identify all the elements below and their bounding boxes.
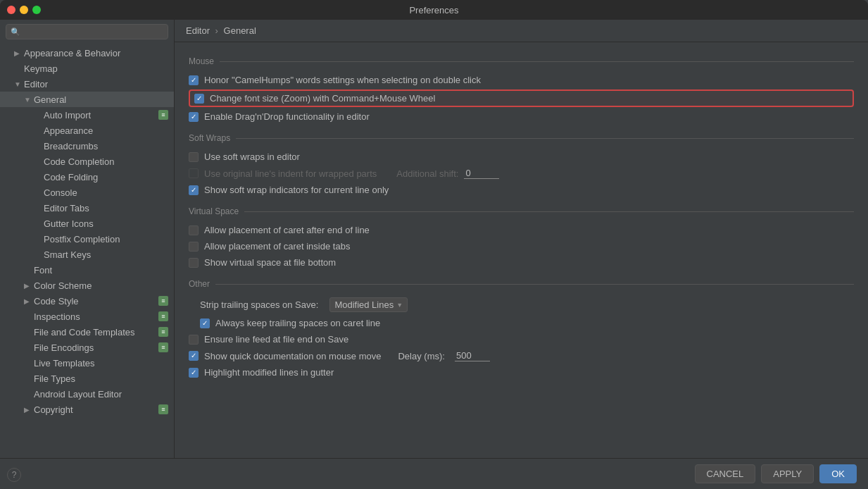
arrow-icon: ▶ (24, 406, 34, 414)
sidebar-item-label: Console (44, 187, 168, 198)
sidebar-item-label: Color Scheme (34, 280, 168, 291)
sidebar-item-label: File Encodings (34, 342, 158, 353)
minimize-button[interactable] (20, 6, 28, 14)
input-additional-shift[interactable] (464, 168, 499, 179)
sidebar-item-font[interactable]: Font (0, 262, 174, 278)
close-button[interactable] (7, 6, 15, 14)
checkbox-font-size-zoom[interactable] (194, 94, 204, 104)
cancel-button[interactable]: CANCEL (695, 464, 756, 483)
checkbox-use-soft-wraps[interactable] (189, 152, 199, 162)
badge-icon: ≡ (158, 296, 168, 306)
checkbox-show-quick-doc[interactable] (189, 351, 199, 361)
dropdown-value: Modified Lines (334, 299, 394, 310)
sidebar-item-label: Keymap (24, 63, 168, 74)
sidebar-item-label: Postfix Completion (44, 234, 168, 244)
checkbox-keep-trailing-spaces[interactable] (200, 318, 210, 328)
sidebar-item-editor-tabs[interactable]: Editor Tabs (0, 200, 174, 216)
preferences-window: Preferences 🔍 ▶ Appearance & Behavior Ke… (0, 0, 868, 489)
setting-strip-trailing: Strip trailing spaces on Save: Modified … (189, 295, 854, 315)
search-box[interactable]: 🔍 (6, 24, 168, 39)
sidebar-item-code-style[interactable]: ▶ Code Style ≡ (0, 293, 174, 309)
setting-use-original-indent: Use original line's indent for wrapped p… (189, 165, 854, 182)
checkbox-allow-caret-inside-tabs[interactable] (189, 242, 199, 252)
input-delay-ms[interactable] (455, 350, 490, 361)
sidebar-item-android-layout-editor[interactable]: Android Layout Editor (0, 386, 174, 402)
sidebar-item-file-code-templates[interactable]: File and Code Templates ≡ (0, 324, 174, 340)
label-highlight-modified: Highlight modified lines in gutter (204, 367, 334, 378)
setting-camel-humps: Honor "CamelHumps" words settings when s… (189, 72, 854, 88)
sidebar-item-label: Code Style (34, 296, 158, 307)
checkbox-show-wrap-indicators[interactable] (189, 185, 199, 195)
checkbox-show-virtual-space[interactable] (189, 258, 199, 268)
setting-drag-drop: Enable Drag'n'Drop functionality in edit… (189, 109, 854, 125)
breadcrumb-part-editor: Editor (186, 25, 210, 36)
label-show-virtual-space: Show virtual space at file bottom (204, 257, 336, 268)
ok-button[interactable]: OK (819, 464, 857, 483)
checkbox-ensure-line-feed[interactable] (189, 335, 199, 345)
window-title: Preferences (409, 5, 458, 16)
sidebar-item-general[interactable]: ▼ General (0, 92, 174, 107)
section-header-mouse: Mouse (189, 56, 854, 66)
checkbox-camel-humps[interactable] (189, 75, 199, 85)
help-icon[interactable]: ? (7, 468, 21, 482)
label-ensure-line-feed: Ensure line feed at file end on Save (204, 334, 348, 345)
sidebar-item-smart-keys[interactable]: Smart Keys (0, 247, 174, 262)
sidebar-item-breadcrumbs[interactable]: Breadcrumbs (0, 138, 174, 154)
badge-icon: ≡ (158, 311, 168, 321)
sidebar-item-postfix-completion[interactable]: Postfix Completion (0, 231, 174, 247)
main-panel: Editor › General Mouse Honor "CamelHumps… (175, 20, 868, 458)
label-delay-ms: Delay (ms): (398, 351, 444, 361)
badge-icon: ≡ (158, 327, 168, 337)
apply-button[interactable]: APPLY (761, 464, 814, 483)
footer: ? CANCEL APPLY OK (0, 458, 868, 489)
checkbox-use-original-indent[interactable] (189, 168, 199, 178)
sidebar: 🔍 ▶ Appearance & Behavior Keymap ▼ Edito (0, 20, 175, 458)
sidebar-item-label: Editor (24, 79, 168, 89)
section-header-other: Other (189, 279, 854, 289)
setting-show-quick-doc: Show quick documentation on mouse move D… (189, 347, 854, 364)
sidebar-item-gutter-icons[interactable]: Gutter Icons (0, 216, 174, 231)
sidebar-item-appearance[interactable]: Appearance (0, 123, 174, 138)
maximize-button[interactable] (32, 6, 41, 14)
badge-icon: ≡ (158, 342, 168, 352)
sidebar-item-editor[interactable]: ▼ Editor (0, 76, 174, 92)
sidebar-item-appearance-behavior[interactable]: ▶ Appearance & Behavior (0, 45, 174, 61)
label-use-soft-wraps: Use soft wraps in editor (204, 151, 300, 162)
sidebar-item-file-encodings[interactable]: File Encodings ≡ (0, 340, 174, 355)
label-font-size-zoom: Change font size (Zoom) with Command+Mou… (210, 93, 435, 104)
label-show-quick-doc: Show quick documentation on mouse move (204, 351, 381, 361)
checkbox-drag-drop[interactable] (189, 112, 199, 122)
sidebar-item-label: Code Completion (44, 156, 168, 167)
arrow-icon: ▶ (14, 49, 24, 57)
sidebar-item-code-completion[interactable]: Code Completion (0, 154, 174, 169)
sidebar-item-inspections[interactable]: Inspections ≡ (0, 309, 174, 324)
arrow-icon: ▼ (24, 96, 34, 104)
main-content: 🔍 ▶ Appearance & Behavior Keymap ▼ Edito (0, 20, 868, 458)
arrow-icon: ▼ (14, 80, 24, 88)
dropdown-strip-trailing[interactable]: Modified Lines ▼ (329, 297, 408, 312)
arrow-icon: ▶ (24, 282, 34, 290)
sidebar-item-label: Auto Import (44, 110, 158, 120)
sidebar-item-code-folding[interactable]: Code Folding (0, 169, 174, 185)
setting-allow-caret-inside-tabs: Allow placement of caret inside tabs (189, 238, 854, 254)
titlebar: Preferences (0, 0, 868, 20)
sidebar-item-color-scheme[interactable]: ▶ Color Scheme (0, 278, 174, 293)
sidebar-item-file-types[interactable]: File Types (0, 371, 174, 386)
sidebar-item-label: Appearance & Behavior (24, 48, 168, 58)
label-camel-humps: Honor "CamelHumps" words settings when s… (204, 75, 481, 85)
sidebar-item-keymap[interactable]: Keymap (0, 61, 174, 76)
sidebar-item-label: File Types (34, 373, 168, 384)
checkbox-allow-caret-after-end[interactable] (189, 225, 199, 235)
badge-icon: ≡ (158, 404, 168, 414)
section-header-soft-wraps: Soft Wraps (189, 133, 854, 143)
sidebar-item-live-templates[interactable]: Live Templates (0, 355, 174, 371)
window-controls (7, 6, 41, 14)
search-icon: 🔍 (11, 27, 20, 37)
sidebar-item-auto-import[interactable]: Auto Import ≡ (0, 107, 174, 123)
checkbox-highlight-modified[interactable] (189, 368, 199, 378)
sidebar-item-console[interactable]: Console (0, 185, 174, 200)
label-allow-caret-after-end: Allow placement of caret after end of li… (204, 225, 370, 235)
search-input[interactable] (23, 27, 163, 37)
sidebar-item-copyright[interactable]: ▶ Copyright ≡ (0, 402, 174, 417)
label-additional-shift: Additional shift: (396, 168, 458, 179)
